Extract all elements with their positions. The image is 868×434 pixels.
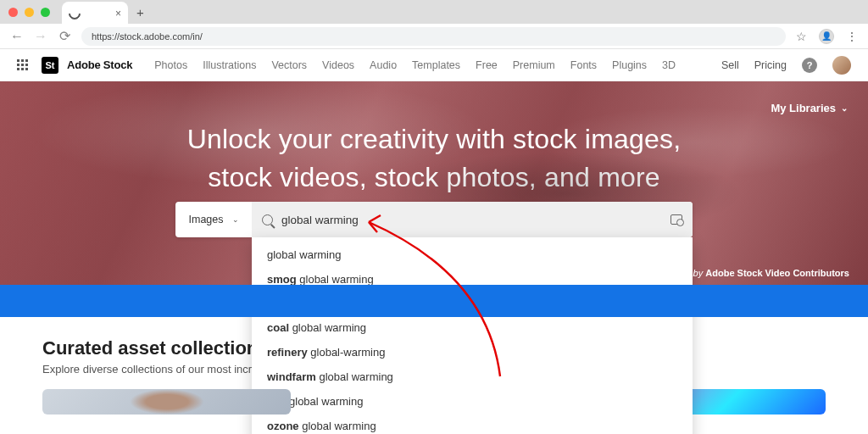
- chevron-down-icon: ⌄: [232, 215, 239, 224]
- browser-tab-strip: × +: [0, 0, 868, 24]
- hero-title: Unlock your creativity with stock images…: [0, 81, 868, 197]
- address-bar: ← → ⟳ https://stock.adobe.com/in/ ☆ 👤 ⋮: [0, 24, 868, 49]
- reload-button[interactable]: ⟳: [58, 28, 71, 44]
- my-libraries-link[interactable]: My Libraries ⌄: [771, 102, 848, 114]
- nav-link-plugins[interactable]: Plugins: [612, 59, 647, 71]
- primary-nav: PhotosIllustrationsVectorsVideosAudioTem…: [154, 59, 676, 71]
- minimize-window-icon[interactable]: [25, 8, 34, 17]
- search-container: Images ⌄ global warming global warmingsm…: [175, 202, 693, 237]
- maximize-window-icon[interactable]: [41, 8, 50, 17]
- nav-link-vectors[interactable]: Vectors: [271, 59, 307, 71]
- search-category-label: Images: [189, 214, 224, 225]
- nav-link-fonts[interactable]: Fonts: [570, 59, 597, 71]
- url-input[interactable]: https://stock.adobe.com/in/: [81, 27, 786, 46]
- back-button[interactable]: ←: [10, 29, 24, 44]
- image-search-icon[interactable]: [670, 214, 682, 225]
- browser-tab[interactable]: ×: [62, 2, 128, 25]
- nav-link-photos[interactable]: Photos: [154, 59, 187, 71]
- nav-link-templates[interactable]: Templates: [412, 59, 460, 71]
- nav-link-free[interactable]: Free: [476, 59, 498, 71]
- collection-card[interactable]: [42, 389, 291, 415]
- nav-link-illustrations[interactable]: Illustrations: [203, 59, 256, 71]
- search-category-dropdown[interactable]: Images ⌄: [175, 202, 252, 237]
- hero-banner: My Libraries ⌄ Unlock your creativity wi…: [0, 81, 868, 285]
- nav-link-audio[interactable]: Audio: [370, 59, 397, 71]
- forward-button[interactable]: →: [34, 29, 47, 44]
- bookmark-icon[interactable]: ☆: [796, 30, 807, 43]
- browser-menu-icon[interactable]: ⋮: [846, 30, 858, 43]
- my-libraries-label: My Libraries: [771, 102, 836, 114]
- suggestion-item[interactable]: co2 global warming: [252, 389, 693, 414]
- close-window-icon[interactable]: [8, 8, 18, 17]
- brand-name[interactable]: Adobe Stock: [67, 58, 132, 71]
- url-text: https://stock.adobe.com/in/: [92, 31, 203, 42]
- suggestion-item[interactable]: windfarm global warming: [252, 364, 693, 389]
- search-query-text: global warming: [281, 214, 359, 226]
- profile-icon[interactable]: 👤: [819, 29, 834, 44]
- sell-link[interactable]: Sell: [721, 59, 739, 71]
- favicon-icon: [66, 5, 83, 22]
- help-icon[interactable]: ?: [802, 58, 817, 73]
- close-tab-icon[interactable]: ×: [115, 8, 121, 19]
- brand-logo[interactable]: St: [42, 57, 58, 74]
- user-avatar[interactable]: [832, 56, 851, 75]
- promo-strip: [0, 285, 868, 317]
- chevron-down-icon: ⌄: [841, 103, 848, 113]
- new-tab-button[interactable]: +: [136, 5, 144, 19]
- suggestion-item[interactable]: refinery global-warming: [252, 340, 693, 364]
- search-bar: Images ⌄ global warming: [175, 202, 693, 237]
- search-input[interactable]: global warming: [252, 202, 693, 237]
- site-header: St Adobe Stock PhotosIllustrationsVector…: [0, 49, 868, 81]
- nav-link-premium[interactable]: Premium: [513, 59, 555, 71]
- search-suggestions: global warmingsmog global warmingiceberg…: [252, 237, 693, 434]
- nav-link-videos[interactable]: Videos: [322, 59, 354, 71]
- suggestion-item[interactable]: coal global warming: [252, 315, 693, 340]
- hero-credit: by Adobe Stock Video Contributors: [693, 268, 849, 278]
- apps-grid-icon[interactable]: [17, 59, 28, 70]
- nav-link-3d[interactable]: 3D: [662, 59, 676, 71]
- suggestion-item[interactable]: ozone global warming: [252, 414, 693, 434]
- search-icon: [262, 214, 273, 225]
- suggestion-item[interactable]: global warming: [252, 242, 693, 267]
- pricing-link[interactable]: Pricing: [754, 59, 787, 71]
- window-controls: [8, 8, 50, 17]
